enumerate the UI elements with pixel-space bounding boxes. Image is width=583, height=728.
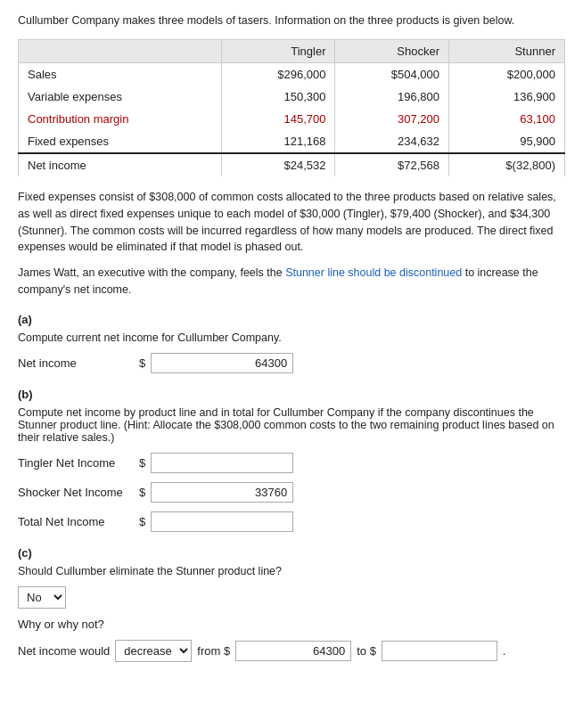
part-c-yes-no-select[interactable]: NoYes — [18, 586, 66, 609]
row-stunner: $200,000 — [449, 63, 565, 86]
part-a-net-income-row: Net income $ — [18, 353, 565, 373]
part-b-input-1[interactable] — [151, 482, 293, 503]
why-label: Why or why not? — [18, 618, 565, 631]
row-stunner: 63,100 — [449, 108, 565, 130]
table-row: Contribution margin145,700307,20063,100 — [19, 108, 565, 130]
from-label: from $ — [197, 644, 230, 658]
row-tingler: $296,000 — [221, 63, 335, 86]
row-label: Net income — [19, 153, 222, 176]
row-tingler: 145,700 — [221, 108, 335, 130]
col-header-stunner: Stunner — [449, 40, 565, 63]
part-b-input-row-0: Tingler Net Income$ — [18, 453, 565, 473]
row-label: Contribution margin — [19, 108, 222, 130]
row-tingler: $24,532 — [221, 153, 335, 176]
table-row: Fixed expenses121,168234,63295,900 — [19, 130, 565, 153]
part-b-dollar-1: $ — [139, 486, 145, 499]
row-shocker: 196,800 — [335, 86, 449, 108]
intro-text: Cullumber Company makes three models of … — [18, 14, 565, 27]
table-row: Sales$296,000$504,000$200,000 — [19, 63, 565, 86]
to-value-input[interactable] — [382, 641, 497, 661]
row-shocker: $504,000 — [335, 63, 449, 86]
to-label: to $ — [357, 644, 376, 658]
col-header-label — [19, 40, 222, 63]
part-b-label-2: Total Net Income — [18, 515, 134, 528]
period: . — [503, 644, 506, 658]
part-b-question: Compute net income by product line and i… — [18, 406, 565, 444]
part-b-input-2[interactable] — [151, 511, 293, 532]
table-row: Variable expenses150,300196,800136,900 — [19, 86, 565, 108]
row-shocker: $72,568 — [335, 153, 449, 176]
part-a-net-income-input[interactable] — [151, 353, 293, 373]
row-shocker: 234,632 — [335, 130, 449, 153]
row-label: Variable expenses — [19, 86, 222, 108]
part-b-label: (b) — [18, 388, 565, 401]
part-c-label: (c) — [18, 546, 565, 560]
table-row: Net income$24,532$72,568$(32,800) — [19, 153, 565, 176]
from-value-input[interactable] — [235, 641, 351, 661]
part-b-dollar-2: $ — [139, 515, 145, 528]
part-a-label: (a) — [18, 313, 565, 326]
part-b-input-0[interactable] — [151, 453, 293, 473]
decrease-increase-select[interactable]: decreaseincrease — [115, 640, 192, 662]
row-stunner: $(32,800) — [449, 153, 565, 176]
part-c-select-row: NoYes — [18, 586, 565, 609]
part-a-dollar: $ — [139, 356, 145, 370]
part-a-net-income-label: Net income — [18, 356, 134, 370]
description-2: James Watt, an executive with the compan… — [18, 265, 565, 299]
part-b-dollar-0: $ — [139, 456, 145, 470]
row-tingler: 121,168 — [221, 130, 335, 153]
bottom-row: Net income would decreaseincrease from $… — [18, 640, 565, 662]
part-c-question: Should Cullumber eliminate the Stunner p… — [18, 565, 565, 577]
part-b-label-0: Tingler Net Income — [18, 456, 134, 470]
data-table: Tingler Shocker Stunner Sales$296,000$50… — [18, 39, 565, 176]
part-b-input-row-2: Total Net Income$ — [18, 511, 565, 532]
part-b-label-1: Shocker Net Income — [18, 486, 134, 499]
col-header-shocker: Shocker — [335, 40, 449, 63]
row-label: Fixed expenses — [19, 130, 222, 153]
part-a-question: Compute current net income for Cullumber… — [18, 331, 565, 344]
highlight-stunner: Stunner line should be discontinued — [285, 266, 462, 279]
row-stunner: 95,900 — [449, 130, 565, 153]
col-header-tingler: Tingler — [221, 40, 335, 63]
part-b-input-row-1: Shocker Net Income$ — [18, 482, 565, 503]
description-1: Fixed expenses consist of $308,000 of co… — [18, 189, 565, 256]
row-shocker: 307,200 — [335, 108, 449, 130]
net-income-would-label: Net income would — [18, 644, 110, 658]
row-label: Sales — [19, 63, 222, 86]
row-stunner: 136,900 — [449, 86, 565, 108]
row-tingler: 150,300 — [221, 86, 335, 108]
